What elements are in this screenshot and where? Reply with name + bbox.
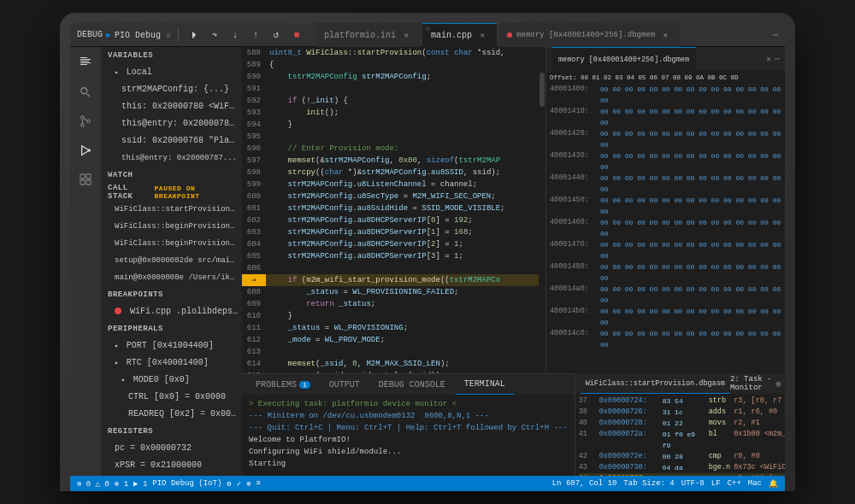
main-layout: VARIABLES ▸ Local strM2MAPConfig: {...} … — [70, 47, 785, 476]
breakpoints-header[interactable]: BREAKPOINTS — [101, 286, 242, 303]
disasm-tab-bar: WiFiClass::startProvision.dbgasm 2: Task… — [575, 373, 785, 394]
source-control-icon[interactable] — [73, 108, 98, 134]
code-line-613: 613 — [242, 346, 539, 358]
peripheral-readreq[interactable]: READREQ [0x2] = 0x0010 — [101, 406, 242, 423]
status-errors[interactable]: ⊗ 0 △ 0 — [77, 479, 109, 489]
status-target[interactable]: PIO Debug (IoT) — [152, 479, 221, 488]
debug-console-tab[interactable]: DEBUG CONSOLE — [370, 374, 454, 395]
memory-tab[interactable]: memory [0x40001400+256].dbgmem — [551, 47, 696, 71]
search-icon[interactable] — [73, 79, 98, 105]
status-cursor[interactable]: Ln 607, Col 10 — [552, 479, 617, 488]
continue-btn[interactable]: ⏵ — [186, 26, 203, 44]
mem-row-11: 400014c0: 00 00 00 00 00 00 00 00 00 00 … — [550, 328, 781, 350]
output-tab[interactable]: OUTPUT — [321, 374, 369, 395]
lc-598: strcpy((char *)&strM2MAPConfig.au8SSID, … — [266, 167, 539, 179]
tab-memory[interactable]: memory [0x40001400+256].dbgmem ✕ — [498, 23, 680, 47]
lc-612: _mode = WL_PROV_MODE; — [266, 334, 539, 346]
settings-icon[interactable]: ⚙ — [227, 479, 231, 489]
memory-close-btn[interactable]: ✕ — [766, 54, 771, 64]
peripheral-port[interactable]: ▸ PORT [0x41004400] — [101, 337, 242, 355]
callstack-item-1[interactable]: WiFiClass::beginProvision0x0000008 — [101, 218, 242, 235]
debug-icon[interactable] — [73, 138, 98, 163]
lc-607: if (m2m_wifi_start_provision_mode((tstrM… — [266, 274, 539, 286]
local-group[interactable]: ▸ Local — [101, 64, 242, 81]
breakpoint-item-0[interactable]: WiFi.cpp .plolibdeps/WiFi... 588 — [101, 303, 242, 320]
var-strm2mconfig[interactable]: strM2MAPConfig: {...} — [101, 81, 242, 98]
editor-tabs: platformio.ini ✕ main.cpp ✕ memory [0x40… — [315, 23, 778, 47]
tab-main-cpp[interactable]: main.cpp ✕ — [422, 23, 497, 47]
code-line-606: 606 — [242, 262, 539, 274]
callstack-header[interactable]: CALL STACK PAUSED ON BREAKPOINT — [101, 184, 242, 201]
callstack-item-4[interactable]: main@0x0000008e /Users/ikravets... — [101, 269, 242, 286]
tab-platformio-ini[interactable]: platformio.ini ✕ — [315, 23, 421, 47]
status-pio[interactable]: ⊕ 1 — [115, 479, 128, 489]
step-over-btn[interactable]: ↷ — [206, 26, 223, 44]
status-lang[interactable]: C++ — [728, 479, 741, 488]
svg-rect-3 — [80, 62, 91, 63]
play-icon[interactable]: ▶ — [106, 30, 111, 40]
problems-label: PROBLEMS — [256, 380, 297, 390]
variables-header[interactable]: VARIABLES — [101, 47, 242, 64]
status-right: Ln 607, Col 10 Tab Size: 4 UTF-8 LF C++ … — [552, 479, 778, 489]
disasm-icon-new[interactable]: ⊕ — [775, 378, 781, 390]
var-this-entry[interactable]: this@entry: 0x20000780 <WiFi> — [101, 115, 242, 132]
tab-close[interactable]: ✕ — [659, 29, 671, 41]
extensions-icon[interactable] — [73, 167, 98, 192]
registers-header[interactable]: REGISTERS — [101, 423, 242, 440]
mem-row-0: 40001400: 00 00 00 00 00 00 00 00 00 00 … — [550, 84, 781, 106]
status-tab[interactable]: Tab Size: 4 — [623, 479, 674, 488]
var-this[interactable]: this: 0x20000780 <WiFi> — [101, 98, 242, 115]
scrollbar-thumb[interactable] — [540, 73, 545, 107]
problems-tab[interactable]: PROBLEMS 1 — [247, 374, 319, 395]
code-line-591: 591 — [242, 83, 539, 95]
ln-592: 592 — [242, 95, 266, 107]
code-line-602: 602 strM2MAPConfig.au8DHCPServerIP[0] = … — [242, 214, 539, 226]
code-line-589: 589 { — [242, 59, 539, 71]
mem-row-3: 40001430: 00 00 00 00 00 00 00 00 00 00 … — [550, 150, 781, 173]
debug-label: DEBUG — [77, 30, 103, 39]
callstack-item-3[interactable]: setup@0x0000082de src/main.cpp — [101, 252, 242, 269]
status-platform[interactable]: Mac — [748, 479, 762, 488]
reg-pc[interactable]: pc = 0x00000732 — [101, 440, 242, 457]
callstack-item-0[interactable]: WiFiClass::startProvision0x00000 — [101, 201, 242, 218]
editor-area: 588 uint8_t WiFiClass::startProvision(co… — [242, 47, 785, 476]
tab-close[interactable]: ✕ — [400, 29, 412, 41]
svg-rect-1 — [80, 59, 91, 60]
peripheral-mode0[interactable]: ▸ MODE0 [0x0] — [101, 372, 242, 389]
lc-606 — [266, 262, 539, 274]
code-line-605: 605 strM2MAPConfig.au8DHCPServerIP[3] = … — [242, 250, 539, 262]
ln-614: 614 — [242, 358, 266, 370]
mem-row-1: 40001410: 00 00 00 00 00 00 00 00 00 00 … — [550, 106, 781, 128]
status-icon2[interactable]: ⊗ — [246, 479, 251, 489]
stop-btn[interactable]: ■ — [288, 26, 305, 44]
activity-bar — [70, 47, 101, 476]
tab-close[interactable]: ✕ — [476, 29, 488, 41]
explorer-icon[interactable] — [73, 50, 98, 76]
code-editor[interactable]: 588 uint8_t WiFiClass::startProvision(co… — [242, 47, 539, 373]
status-bell[interactable]: 🔔 — [769, 479, 778, 489]
status-eol[interactable]: LF — [711, 479, 721, 488]
mem-row-4: 40001440: 00 00 00 00 00 00 00 00 00 00 … — [550, 173, 781, 195]
callstack-item-2[interactable]: WiFiClass::beginProvision0x0000008 — [101, 235, 242, 252]
terminal-tab[interactable]: TERMINAL — [456, 374, 514, 395]
reg-xpsr[interactable]: xPSR = 0x21000000 — [101, 457, 242, 474]
var-ssid[interactable]: ssid: 0x20000768 "PlatformIO-31... — [101, 132, 242, 149]
var-entry2[interactable]: this@entry: 0x20000787... — [101, 149, 242, 167]
disasm-tab[interactable]: WiFiClass::startProvision.dbgasm — [581, 373, 730, 394]
disasm-task-label: 2: Task - Monitor — [730, 375, 772, 392]
step-out-btn[interactable]: ↑ — [247, 26, 264, 44]
status-encoding[interactable]: UTF-8 — [681, 479, 705, 488]
peripherals-header[interactable]: PERIPHERALS — [101, 320, 242, 337]
sync-icon[interactable]: ✓ — [237, 479, 241, 489]
editor-scrollbar[interactable] — [539, 47, 545, 373]
status-debug[interactable]: ▶ 1 — [133, 479, 147, 489]
restart-btn[interactable]: ↺ — [268, 26, 285, 44]
status-icon3[interactable]: ≡ — [256, 479, 261, 488]
more-tabs-btn[interactable]: ⋯ — [772, 29, 778, 40]
peripheral-ctrl[interactable]: CTRL [0x0] = 0x0000 — [101, 389, 242, 406]
peripheral-rtc[interactable]: ▸ RTC [0x40001400] — [101, 355, 242, 372]
disasm-row-38: 38 0x00000726: 31 1c adds r1, r6, #0 — [579, 407, 785, 418]
memory-more-btn[interactable]: ⋯ — [775, 54, 780, 64]
watch-header[interactable]: WATCH — [101, 167, 242, 184]
step-into-btn[interactable]: ↓ — [227, 26, 244, 44]
